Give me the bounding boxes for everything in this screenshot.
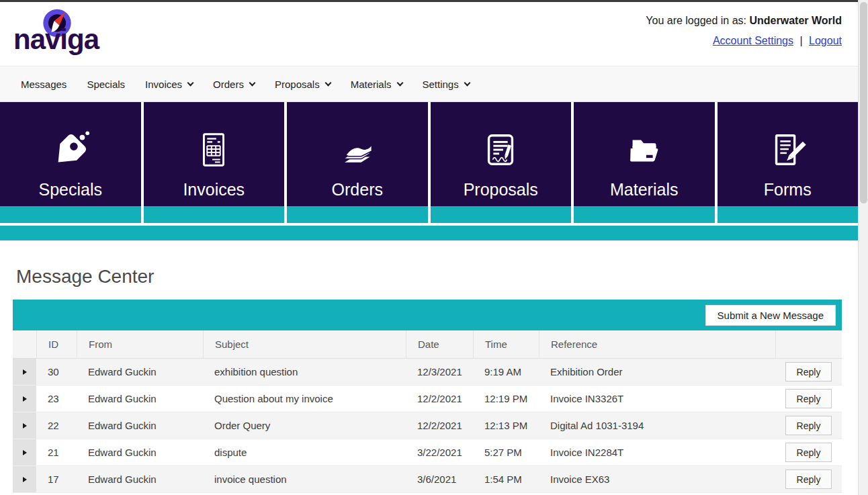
nav-item-label: Proposals	[275, 79, 320, 90]
cell-time: 1:54 PM	[473, 466, 539, 492]
message-row: 22 Edward Guckin Order Query 12/2/2021 1…	[13, 412, 842, 439]
chevron-down-icon	[187, 79, 194, 86]
cell-reference: Invoice EX63	[539, 466, 775, 492]
expand-row-button[interactable]	[13, 359, 36, 385]
reply-button[interactable]: Reply	[785, 416, 832, 435]
cell-id: 17	[36, 466, 77, 492]
cell-reference: Invoice IN3326T	[539, 386, 775, 412]
reply-button[interactable]: Reply	[785, 389, 832, 408]
expand-row-button[interactable]	[13, 466, 36, 492]
cell-subject: Question about my invoice	[203, 386, 406, 412]
reply-button[interactable]: Reply	[785, 443, 832, 462]
logo-wordmark: naviga	[13, 24, 99, 56]
tile-materials[interactable]: Materials	[574, 102, 715, 223]
nav-item-label: Orders	[213, 79, 244, 90]
cell-from: Edward Guckin	[77, 412, 203, 439]
nav-item-label: Specials	[87, 79, 125, 90]
page-title: Message Center	[16, 266, 842, 287]
tile-label: Forms	[764, 180, 812, 206]
tile-invoices[interactable]: Invoices	[144, 102, 285, 223]
cell-subject: invoice question	[203, 466, 406, 492]
submit-new-message-button[interactable]: Submit a New Message	[705, 305, 836, 326]
messages-table-body: 30 Edward Guckin exhibition question 12/…	[13, 359, 842, 493]
message-row: 23 Edward Guckin Question about my invoi…	[13, 386, 842, 412]
scrollbar-thumb[interactable]	[860, 2, 867, 204]
login-info: You are logged in as: Underwater World A…	[646, 11, 842, 52]
expand-arrow-icon	[23, 477, 27, 482]
header-cell-from[interactable]: From	[77, 330, 203, 358]
header-cell-time[interactable]: Time	[473, 330, 539, 358]
cell-time: 9:19 AM	[473, 359, 539, 385]
tile-accent-strip	[144, 206, 285, 223]
header-cell-reference[interactable]: Reference	[539, 330, 775, 358]
header-cell-subject[interactable]: Subject	[203, 330, 406, 358]
nav-item-orders[interactable]: Orders	[203, 66, 265, 101]
quick-tiles: Specials Invoices Orders	[0, 102, 858, 223]
cell-date: 12/2/2021	[406, 412, 473, 439]
header-cell-date[interactable]: Date	[406, 330, 473, 358]
tile-accent-strip	[718, 206, 859, 223]
links-separator: |	[799, 35, 802, 46]
expand-row-button[interactable]	[13, 439, 36, 465]
cell-time: 12:19 PM	[473, 386, 539, 412]
nav-item-proposals[interactable]: Proposals	[265, 66, 341, 101]
nav-item-label: Settings	[423, 79, 459, 90]
portal-page: naviga You are logged in as: Underwater …	[0, 2, 858, 493]
stack-icon	[337, 129, 378, 171]
nav-item-specials[interactable]: Specials	[77, 66, 135, 101]
nav-item-materials[interactable]: Materials	[341, 66, 413, 101]
site-header: naviga You are logged in as: Underwater …	[0, 2, 858, 66]
expand-arrow-icon	[23, 396, 27, 402]
tag-icon	[50, 129, 91, 171]
login-status: You are logged in as: Underwater World	[646, 11, 842, 30]
nav-item-label: Messages	[21, 79, 67, 90]
expand-arrow-icon	[23, 423, 27, 429]
tile-label: Materials	[610, 180, 678, 206]
logout-link[interactable]: Logout	[809, 35, 842, 46]
tile-forms[interactable]: Forms	[718, 102, 859, 223]
signed-document-icon	[480, 129, 521, 171]
tile-orders[interactable]: Orders	[287, 102, 428, 223]
message-toolbar: Submit a New Message	[13, 300, 842, 330]
header-cell-actions	[775, 330, 842, 358]
nav-item-label: Materials	[351, 79, 392, 90]
reply-button[interactable]: Reply	[785, 362, 832, 381]
cell-from: Edward Guckin	[77, 439, 203, 465]
cell-date: 3/6/2021	[406, 466, 473, 492]
tile-accent-strip	[431, 206, 572, 223]
expand-row-button[interactable]	[13, 412, 36, 439]
tile-label: Proposals	[464, 180, 538, 206]
account-settings-link[interactable]: Account Settings	[713, 35, 793, 46]
tile-proposals[interactable]: Proposals	[431, 102, 572, 223]
cell-id: 21	[36, 439, 77, 465]
naviga-logo[interactable]: naviga	[12, 3, 120, 66]
nav-item-invoices[interactable]: Invoices	[135, 66, 203, 101]
nav-item-settings[interactable]: Settings	[413, 66, 480, 101]
tile-accent-strip	[0, 206, 141, 223]
chevron-down-icon	[249, 79, 256, 86]
cell-date: 12/2/2021	[406, 386, 473, 412]
chevron-down-icon	[464, 79, 470, 86]
cell-from: Edward Guckin	[77, 386, 203, 412]
scrollbar[interactable]	[858, 0, 868, 495]
tile-specials[interactable]: Specials	[0, 102, 141, 223]
cell-reference: Digital Ad 1031-3194	[539, 412, 775, 439]
nav-item-messages[interactable]: Messages	[11, 66, 77, 101]
cell-reference: Invoice IN2284T	[539, 439, 775, 465]
reply-button[interactable]: Reply	[785, 469, 832, 489]
folder-icon	[623, 129, 665, 171]
tile-accent-strip	[574, 206, 715, 223]
cell-subject: Order Query	[203, 412, 406, 439]
cell-id: 22	[36, 412, 77, 439]
cell-date: 3/22/2021	[406, 439, 473, 465]
message-row: 30 Edward Guckin exhibition question 12/…	[13, 359, 842, 386]
cell-time: 12:13 PM	[473, 412, 539, 439]
cell-subject: exhibition question	[203, 359, 406, 385]
expand-row-button[interactable]	[13, 386, 36, 412]
cell-id: 23	[36, 386, 77, 412]
login-status-label: You are logged in as:	[646, 15, 746, 26]
cell-from: Edward Guckin	[77, 359, 203, 385]
header-cell-id[interactable]: ID	[36, 330, 77, 358]
cell-reference: Exhibition Order	[539, 359, 775, 385]
form-pencil-icon	[767, 129, 808, 171]
